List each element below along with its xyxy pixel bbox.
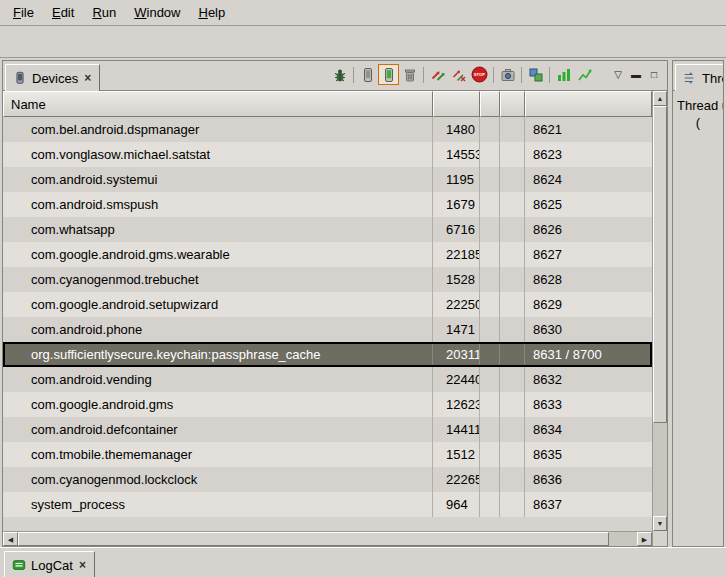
process-port: 8635: [525, 442, 652, 467]
vertical-scrollbar-column: ▲ ▼: [652, 91, 667, 546]
maximize-icon[interactable]: □: [645, 66, 663, 84]
process-col3: [480, 342, 500, 367]
process-col3: [480, 117, 500, 142]
process-name: com.android.systemui: [3, 167, 433, 192]
profiling-bars-icon[interactable]: [553, 64, 574, 85]
process-name: com.cyanogenmod.trebuchet: [3, 267, 433, 292]
close-icon[interactable]: ×: [83, 72, 92, 84]
vertical-scroll-track[interactable]: [653, 423, 667, 516]
vertical-scroll-thumb[interactable]: [653, 106, 667, 423]
hierarchy-view-icon[interactable]: [525, 64, 546, 85]
process-row[interactable]: com.cyanogenmod.trebuchet 1528 8628: [3, 267, 652, 292]
menu-item-file[interactable]: File: [4, 1, 43, 24]
process-row[interactable]: com.android.smspush 1679 8625: [3, 192, 652, 217]
column-header-pid[interactable]: [433, 91, 480, 117]
scroll-left-icon[interactable]: ◀: [3, 532, 18, 546]
process-col4: [500, 142, 525, 167]
process-col3: [480, 467, 500, 492]
logcat-icon: [12, 558, 26, 572]
profiling-graph-icon[interactable]: [574, 64, 595, 85]
horizontal-scrollbar[interactable]: ◀ ▶: [3, 531, 652, 546]
update-heap-icon[interactable]: [357, 64, 378, 85]
menubar: FileEditRunWindowHelp: [0, 0, 726, 26]
column-header-3[interactable]: [480, 91, 500, 117]
process-row[interactable]: com.vonglasow.michael.satstat 14553 8623: [3, 142, 652, 167]
process-port: 8633: [525, 392, 652, 417]
minimize-icon[interactable]: ▬: [627, 66, 645, 84]
process-row[interactable]: com.bel.android.dspmanager 1480 8621: [3, 117, 652, 142]
process-pid: 14553: [433, 142, 480, 167]
process-row[interactable]: com.google.android.gms.wearable 22185 86…: [3, 242, 652, 267]
tab-devices[interactable]: Devices ×: [5, 64, 100, 91]
process-col3: [480, 167, 500, 192]
scrollbar-corner: [652, 531, 667, 546]
process-port: 8621: [525, 117, 652, 142]
dump-threads-icon[interactable]: [448, 64, 469, 85]
screen-capture-icon[interactable]: [497, 64, 518, 85]
process-name: com.google.android.gms: [3, 392, 433, 417]
scroll-down-icon[interactable]: ▼: [653, 516, 667, 531]
svg-text:STOP: STOP: [474, 72, 486, 77]
stop-process-icon[interactable]: STOP: [469, 64, 490, 85]
process-row[interactable]: com.whatsapp 6716 8626: [3, 217, 652, 242]
process-row[interactable]: com.android.phone 1471 8630: [3, 317, 652, 342]
update-threads-icon[interactable]: [427, 64, 448, 85]
process-col3: [480, 142, 500, 167]
process-table-content: Name com.bel.android.dspmanager 1480 862…: [3, 91, 652, 546]
process-pid: 1679: [433, 192, 480, 217]
debug-process-icon[interactable]: [329, 64, 350, 85]
menu-item-help[interactable]: Help: [189, 1, 234, 24]
process-col4: [500, 167, 525, 192]
process-pid: 1471: [433, 317, 480, 342]
menu-item-edit[interactable]: Edit: [43, 1, 83, 24]
tab-logcat[interactable]: LogCat ×: [4, 551, 95, 577]
threads-panel: Threads Thread up (: [672, 60, 724, 547]
process-pid: 22265: [433, 467, 480, 492]
process-col3: [480, 267, 500, 292]
process-row[interactable]: com.android.systemui 1195 8624: [3, 167, 652, 192]
process-col3: [480, 192, 500, 217]
devices-toolbar: STOP: [329, 64, 663, 85]
process-col3: [480, 442, 500, 467]
process-pid: 964: [433, 492, 480, 517]
process-port: 8637: [525, 492, 652, 517]
process-port: 8636: [525, 467, 652, 492]
column-header-4[interactable]: [500, 91, 525, 117]
horizontal-scroll-thumb[interactable]: [18, 532, 609, 546]
dump-hprof-icon[interactable]: [378, 64, 399, 85]
scroll-right-icon[interactable]: ▶: [637, 532, 652, 546]
close-icon[interactable]: ×: [78, 559, 87, 571]
cause-gc-icon[interactable]: [399, 64, 420, 85]
tab-threads[interactable]: Threads: [675, 64, 724, 91]
process-row[interactable]: com.google.android.setupwizard 22250 862…: [3, 292, 652, 317]
process-port: 8628: [525, 267, 652, 292]
process-row[interactable]: org.sufficientlysecure.keychain:passphra…: [3, 342, 652, 367]
process-row[interactable]: com.android.defcontainer 14411 8634: [3, 417, 652, 442]
process-name: com.google.android.setupwizard: [3, 292, 433, 317]
process-pid: 1528: [433, 267, 480, 292]
process-row[interactable]: com.google.android.gms 12623 8633: [3, 392, 652, 417]
process-port: 8625: [525, 192, 652, 217]
process-row[interactable]: com.tmobile.thememanager 1512 8635: [3, 442, 652, 467]
menu-item-run[interactable]: Run: [83, 1, 125, 24]
process-col4: [500, 392, 525, 417]
vertical-scrollbar[interactable]: ▲ ▼: [652, 91, 667, 531]
devices-panel-header: Devices ×: [3, 61, 667, 91]
process-col4: [500, 442, 525, 467]
menu-item-window[interactable]: Window: [125, 1, 189, 24]
process-row[interactable]: com.android.vending 22440 8632: [3, 367, 652, 392]
view-menu-icon[interactable]: ▽: [609, 66, 627, 84]
process-pid: 22440: [433, 367, 480, 392]
horizontal-scroll-track[interactable]: [609, 532, 637, 546]
process-row[interactable]: system_process 964 8637: [3, 492, 652, 517]
main-area: Devices ×: [0, 58, 726, 547]
scroll-up-icon[interactable]: ▲: [653, 91, 667, 106]
process-col4: [500, 342, 525, 367]
process-port: 8623: [525, 142, 652, 167]
column-header-name[interactable]: Name: [3, 91, 433, 117]
process-row[interactable]: com.cyanogenmod.lockclock 22265 8636: [3, 467, 652, 492]
process-pid: 1480: [433, 117, 480, 142]
column-header-port[interactable]: [525, 91, 652, 117]
process-port: 8626: [525, 217, 652, 242]
process-name: com.vonglasow.michael.satstat: [3, 142, 433, 167]
